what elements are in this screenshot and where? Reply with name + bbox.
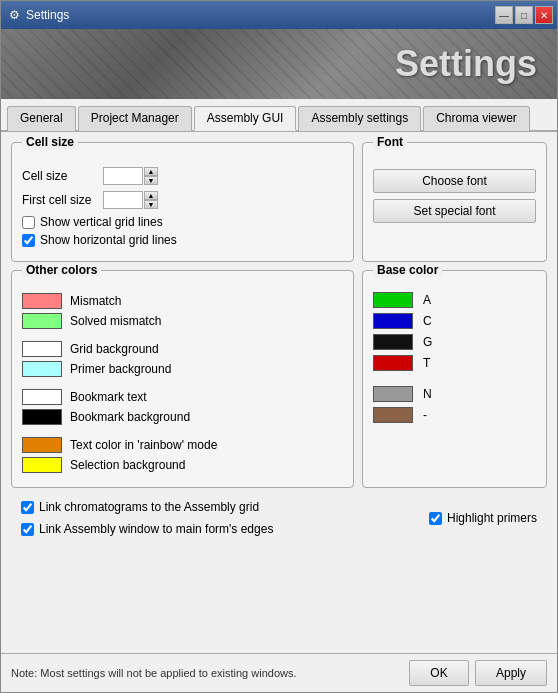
base-box-c[interactable] <box>373 313 413 329</box>
color-row-primer-bg: Primer background <box>22 361 343 377</box>
first-cell-size-spinner[interactable]: 100 ▲ ▼ <box>103 191 158 209</box>
base-letter-n: N <box>423 387 432 401</box>
tab-assembly-gui[interactable]: Assembly GUI <box>194 106 297 131</box>
cell-size-down[interactable]: ▼ <box>144 176 158 185</box>
spacer-2 <box>22 381 343 389</box>
maximize-button[interactable]: □ <box>515 6 533 24</box>
window-title: Settings <box>26 8 69 22</box>
footer-right: Highlight primers <box>429 511 537 529</box>
base-box-t[interactable] <box>373 355 413 371</box>
bottom-buttons: OK Apply <box>409 660 547 686</box>
color-box-rainbow[interactable] <box>22 437 62 453</box>
color-box-mismatch[interactable] <box>22 293 62 309</box>
show-horizontal-checkbox[interactable] <box>22 234 35 247</box>
top-panels: Cell size Cell size 13 ▲ ▼ <box>11 142 547 262</box>
color-box-solved[interactable] <box>22 313 62 329</box>
cell-size-panel: Cell size Cell size 13 ▲ ▼ <box>11 142 354 262</box>
other-colors-panel: Other colors Mismatch Solved mismatch Gr… <box>11 270 354 488</box>
first-cell-size-input[interactable]: 100 <box>103 191 143 209</box>
base-row-c: C <box>373 313 536 329</box>
color-row-mismatch: Mismatch <box>22 293 343 309</box>
ok-button[interactable]: OK <box>409 660 469 686</box>
minimize-button[interactable]: — <box>495 6 513 24</box>
base-letter-dash: - <box>423 408 427 422</box>
color-box-selection[interactable] <box>22 457 62 473</box>
base-letter-a: A <box>423 293 431 307</box>
base-letter-t: T <box>423 356 430 370</box>
base-row-dash: - <box>373 407 536 423</box>
base-row-t: T <box>373 355 536 371</box>
color-row-selection: Selection background <box>22 457 343 473</box>
apply-button[interactable]: Apply <box>475 660 547 686</box>
color-label-selection: Selection background <box>70 458 185 472</box>
base-box-g[interactable] <box>373 334 413 350</box>
close-button[interactable]: ✕ <box>535 6 553 24</box>
tab-chroma-viewer[interactable]: Chroma viewer <box>423 106 530 131</box>
show-horizontal-row: Show horizontal grid lines <box>22 233 343 247</box>
base-row-a: A <box>373 292 536 308</box>
font-panel-title: Font <box>373 135 407 149</box>
color-box-primer-bg[interactable] <box>22 361 62 377</box>
font-panel: Font Choose font Set special font <box>362 142 547 262</box>
font-panel-inner: Choose font Set special font <box>373 159 536 223</box>
color-row-grid-bg: Grid background <box>22 341 343 357</box>
color-row-bookmark-bg: Bookmark background <box>22 409 343 425</box>
link-assembly-row: Link Assembly window to main form's edge… <box>21 522 273 536</box>
spacer-base-1 <box>373 376 536 384</box>
color-label-primer-bg: Primer background <box>70 362 171 376</box>
color-label-solved: Solved mismatch <box>70 314 161 328</box>
color-label-mismatch: Mismatch <box>70 294 121 308</box>
color-row-rainbow: Text color in 'rainbow' mode <box>22 437 343 453</box>
color-row-solved: Solved mismatch <box>22 313 343 329</box>
base-color-title: Base color <box>373 263 442 277</box>
show-vertical-row: Show vertical grid lines <box>22 215 343 229</box>
link-chromatograms-row: Link chromatograms to the Assembly grid <box>21 500 273 514</box>
color-box-bookmark-text[interactable] <box>22 389 62 405</box>
link-assembly-checkbox[interactable] <box>21 523 34 536</box>
header-title: Settings <box>395 43 537 85</box>
base-box-dash[interactable] <box>373 407 413 423</box>
note-text: Note: Most settings will not be applied … <box>11 667 297 679</box>
tab-assembly-settings[interactable]: Assembly settings <box>298 106 421 131</box>
base-color-panel: Base color A C G <box>362 270 547 488</box>
title-bar: ⚙ Settings — □ ✕ <box>1 1 557 29</box>
first-cell-size-label: First cell size <box>22 193 97 207</box>
tab-general[interactable]: General <box>7 106 76 131</box>
tab-project-manager[interactable]: Project Manager <box>78 106 192 131</box>
title-bar-left: ⚙ Settings <box>9 8 69 22</box>
first-cell-size-row: First cell size 100 ▲ ▼ <box>22 191 343 209</box>
title-icon: ⚙ <box>9 8 20 22</box>
link-chromatograms-label: Link chromatograms to the Assembly grid <box>39 500 259 514</box>
cell-size-spinner[interactable]: 13 ▲ ▼ <box>103 167 158 185</box>
bottom-bar: Note: Most settings will not be applied … <box>1 653 557 692</box>
base-row-g: G <box>373 334 536 350</box>
other-colors-list: Mismatch Solved mismatch Grid background… <box>22 287 343 473</box>
base-box-n[interactable] <box>373 386 413 402</box>
highlight-primers-label: Highlight primers <box>447 511 537 525</box>
base-row-n: N <box>373 386 536 402</box>
link-chromatograms-checkbox[interactable] <box>21 501 34 514</box>
title-controls: — □ ✕ <box>495 6 553 24</box>
color-label-grid-bg: Grid background <box>70 342 159 356</box>
highlight-primers-checkbox[interactable] <box>429 512 442 525</box>
tabs-bar: General Project Manager Assembly GUI Ass… <box>1 99 557 132</box>
footer-checkboxes: Link chromatograms to the Assembly grid … <box>11 496 547 544</box>
cell-size-up[interactable]: ▲ <box>144 167 158 176</box>
base-letter-g: G <box>423 335 432 349</box>
choose-font-button[interactable]: Choose font <box>373 169 536 193</box>
color-box-grid-bg[interactable] <box>22 341 62 357</box>
main-window: ⚙ Settings — □ ✕ Settings General Projec… <box>0 0 558 693</box>
other-colors-title: Other colors <box>22 263 101 277</box>
set-special-font-button[interactable]: Set special font <box>373 199 536 223</box>
show-vertical-checkbox[interactable] <box>22 216 35 229</box>
base-box-a[interactable] <box>373 292 413 308</box>
link-assembly-label: Link Assembly window to main form's edge… <box>39 522 273 536</box>
highlight-primers-row: Highlight primers <box>429 511 537 525</box>
color-box-bookmark-bg[interactable] <box>22 409 62 425</box>
first-cell-size-down[interactable]: ▼ <box>144 200 158 209</box>
spacer-1 <box>22 333 343 341</box>
first-cell-size-up[interactable]: ▲ <box>144 191 158 200</box>
color-label-bookmark-bg: Bookmark background <box>70 410 190 424</box>
cell-size-input[interactable]: 13 <box>103 167 143 185</box>
first-cell-size-spin-buttons: ▲ ▼ <box>144 191 158 209</box>
